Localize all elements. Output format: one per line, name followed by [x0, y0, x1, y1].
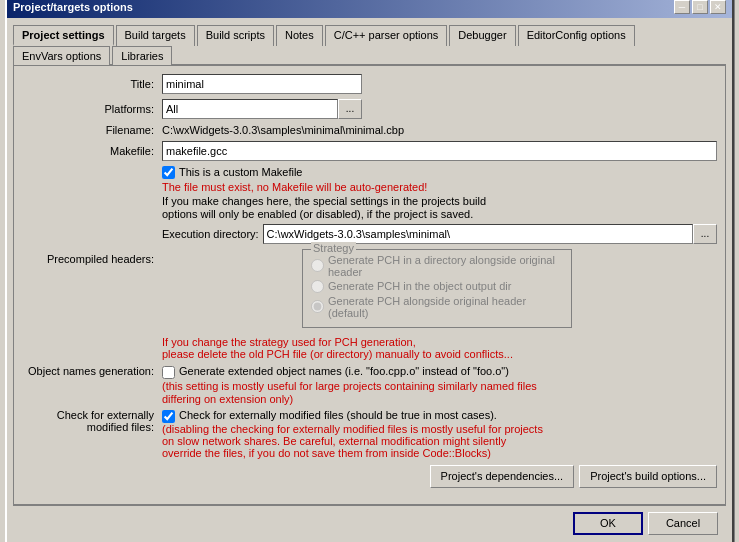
- window-title: Project/targets options: [13, 1, 133, 13]
- platforms-label: Platforms:: [22, 103, 162, 115]
- bottom-actions: Project's dependencies... Project's buil…: [22, 465, 717, 488]
- ext-sub-text3: override the files, if you do not save t…: [162, 447, 717, 459]
- exec-dir-input[interactable]: [263, 224, 693, 244]
- platforms-browse-button[interactable]: ...: [338, 99, 362, 119]
- platforms-row: Platforms: ...: [22, 99, 717, 119]
- ext-modified-label: Check for externally modified files:: [22, 409, 162, 459]
- window-body: Project settings Build targets Build scr…: [7, 18, 732, 543]
- tab-notes[interactable]: Notes: [276, 25, 323, 46]
- custom-makefile-label: This is a custom Makefile: [179, 166, 302, 178]
- ext-modified-section: Check for externally modified files: Che…: [22, 409, 717, 459]
- precompiled-row: Precompiled headers: Strategy Generate P…: [22, 249, 717, 333]
- dialog-footer: OK Cancel: [13, 505, 726, 541]
- strategy-radio2[interactable]: [311, 280, 324, 293]
- filename-value: C:\wxWidgets-3.0.3\samples\minimal\minim…: [162, 124, 717, 136]
- dependencies-button[interactable]: Project's dependencies...: [430, 465, 575, 488]
- title-bar-buttons: ─ □ ✕: [674, 0, 726, 14]
- warning-line2: If you make changes here, the special se…: [162, 195, 717, 207]
- precompiled-label: Precompiled headers:: [22, 249, 162, 265]
- object-names-content: Generate extended object names (i.e. "fo…: [162, 365, 717, 405]
- object-check-row: Generate extended object names (i.e. "fo…: [162, 365, 717, 379]
- pch-warning-line1: If you change the strategy used for PCH …: [162, 336, 717, 348]
- exec-dir-label: Execution directory:: [162, 228, 259, 240]
- tab-editorconfig[interactable]: EditorConfig options: [518, 25, 635, 46]
- close-button[interactable]: ✕: [710, 0, 726, 14]
- strategy-option2-label: Generate PCH in the object output dir: [328, 280, 511, 292]
- object-sub-text2: differing on extension only): [162, 393, 717, 405]
- ext-check-row: Check for externally modified files (sho…: [162, 409, 717, 423]
- custom-makefile-checkbox[interactable]: [162, 166, 175, 179]
- strategy-option1-row: Generate PCH in a directory alongside or…: [311, 254, 563, 278]
- object-sub-text1: (this setting is mostly useful for large…: [162, 380, 717, 392]
- ok-button[interactable]: OK: [573, 512, 643, 535]
- tab-build-scripts[interactable]: Build scripts: [197, 25, 274, 46]
- tab-build-targets[interactable]: Build targets: [116, 25, 195, 46]
- tab-envvars[interactable]: EnvVars options: [13, 46, 110, 65]
- object-names-label: Object names generation:: [22, 365, 162, 405]
- title-row: Title:: [22, 74, 717, 94]
- cancel-button[interactable]: Cancel: [648, 512, 718, 535]
- pch-warning-line2: please delete the old PCH file (or direc…: [162, 348, 717, 360]
- ext-sub-text1: (disabling the checking for externally m…: [162, 423, 717, 435]
- minimize-button[interactable]: ─: [674, 0, 690, 14]
- tab-libraries[interactable]: Libraries: [112, 46, 172, 65]
- ext-sub-text2: on slow network shares. Be careful, exte…: [162, 435, 717, 447]
- strategy-option2-row: Generate PCH in the object output dir: [311, 280, 563, 293]
- main-window: Project/targets options ─ □ ✕ Project se…: [5, 0, 734, 542]
- build-options-button[interactable]: Project's build options...: [579, 465, 717, 488]
- makefile-row: Makefile:: [22, 141, 717, 161]
- tab-strip: Project settings Build targets Build scr…: [13, 24, 726, 66]
- filename-row: Filename: C:\wxWidgets-3.0.3\samples\min…: [22, 124, 717, 136]
- strategy-option3-row: Generate PCH alongside original header (…: [311, 295, 563, 319]
- strategy-option1-label: Generate PCH in a directory alongside or…: [328, 254, 563, 278]
- strategy-legend: Strategy: [311, 242, 356, 254]
- title-label: Title:: [22, 78, 162, 90]
- platforms-input[interactable]: [162, 99, 338, 119]
- strategy-option3-label: Generate PCH alongside original header (…: [328, 295, 563, 319]
- tab-cpp-parser[interactable]: C/C++ parser options: [325, 25, 448, 46]
- ext-check-label: Check for externally modified files (sho…: [179, 409, 497, 421]
- warning-line1: The file must exist, no Makefile will be…: [162, 181, 717, 193]
- object-check-label: Generate extended object names (i.e. "fo…: [179, 365, 509, 377]
- strategy-radio3[interactable]: [311, 300, 324, 313]
- exec-dir-row: Execution directory: ...: [162, 224, 717, 244]
- strategy-group: Strategy Generate PCH in a directory alo…: [302, 249, 572, 328]
- tab-debugger[interactable]: Debugger: [449, 25, 515, 46]
- makefile-label: Makefile:: [22, 145, 162, 157]
- ext-modified-content: Check for externally modified files (sho…: [162, 409, 717, 459]
- warning-line3: options will only be enabled (or disable…: [162, 208, 717, 220]
- makefile-section: This is a custom Makefile The file must …: [162, 166, 717, 220]
- filename-label: Filename:: [22, 124, 162, 136]
- exec-dir-browse-button[interactable]: ...: [693, 224, 717, 244]
- title-bar: Project/targets options ─ □ ✕: [7, 0, 732, 18]
- maximize-button[interactable]: □: [692, 0, 708, 14]
- custom-makefile-row: This is a custom Makefile: [162, 166, 717, 179]
- pch-warning: If you change the strategy used for PCH …: [162, 336, 717, 360]
- ext-modified-checkbox[interactable]: [162, 410, 175, 423]
- tab-project-settings[interactable]: Project settings: [13, 25, 114, 46]
- object-names-checkbox[interactable]: [162, 366, 175, 379]
- makefile-input[interactable]: [162, 141, 717, 161]
- title-input[interactable]: [162, 74, 362, 94]
- strategy-radio1[interactable]: [311, 259, 324, 272]
- object-names-section: Object names generation: Generate extend…: [22, 365, 717, 405]
- tab-content-project-settings: Title: Platforms: ... Filename: C:\wxWid…: [13, 66, 726, 505]
